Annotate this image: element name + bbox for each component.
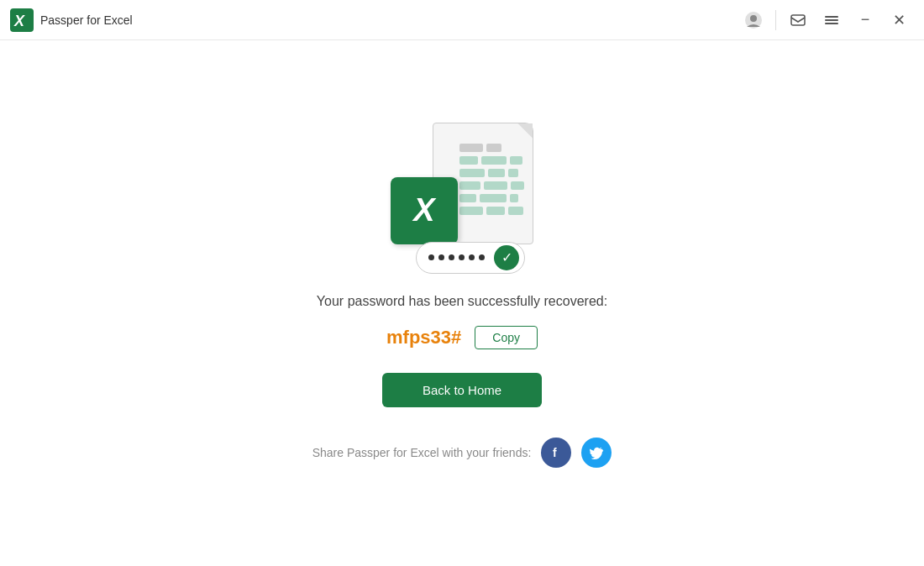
checkmark-symbol: ✓ [501, 249, 512, 265]
svg-rect-6 [825, 19, 838, 21]
window-controls: − ✕ [738, 5, 914, 35]
svg-rect-4 [791, 15, 805, 25]
message-icon-button[interactable] [783, 5, 813, 35]
password-pill: ✓ [416, 242, 525, 274]
message-icon [790, 12, 806, 29]
password-dots [428, 254, 485, 260]
app-logo-icon: X [10, 8, 34, 32]
dot-5 [469, 254, 475, 260]
title-bar: X Passper for Excel − [0, 0, 924, 40]
excel-x-letter: X [413, 192, 434, 228]
share-row: Share Passper for Excel with your friend… [312, 438, 612, 468]
excel-badge: X [391, 177, 458, 244]
user-icon [744, 11, 763, 29]
svg-rect-7 [825, 23, 838, 24]
document-corner [517, 123, 533, 139]
menu-icon-button[interactable] [816, 5, 847, 35]
main-content: X ✓ Your password has been successfully … [0, 40, 924, 566]
password-row: mfps33# Copy [386, 326, 538, 349]
app-title: Passper for Excel [40, 13, 738, 27]
facebook-share-button[interactable]: f [541, 438, 571, 468]
illustration: X ✓ [391, 123, 533, 274]
close-button[interactable]: ✕ [884, 5, 914, 35]
user-icon-button[interactable] [738, 5, 769, 35]
svg-rect-5 [825, 16, 838, 18]
facebook-icon: f [549, 445, 564, 460]
menu-icon [823, 12, 840, 29]
svg-text:X: X [13, 13, 25, 29]
dot-2 [438, 254, 444, 260]
copy-button[interactable]: Copy [475, 326, 538, 349]
dot-6 [479, 254, 485, 260]
svg-text:f: f [553, 446, 557, 459]
svg-point-3 [750, 15, 757, 22]
twitter-share-button[interactable] [581, 438, 612, 468]
minimize-button[interactable]: − [850, 5, 880, 35]
success-message: Your password has been successfully reco… [317, 294, 607, 309]
document-rows [459, 144, 524, 215]
back-to-home-button[interactable]: Back to Home [382, 373, 542, 407]
dot-1 [428, 254, 434, 260]
twitter-icon [589, 445, 604, 460]
separator [775, 10, 776, 30]
dot-4 [459, 254, 465, 260]
recovered-password: mfps33# [386, 327, 461, 349]
dot-3 [449, 254, 454, 260]
share-text: Share Passper for Excel with your friend… [312, 446, 532, 459]
check-circle-icon: ✓ [494, 245, 519, 270]
